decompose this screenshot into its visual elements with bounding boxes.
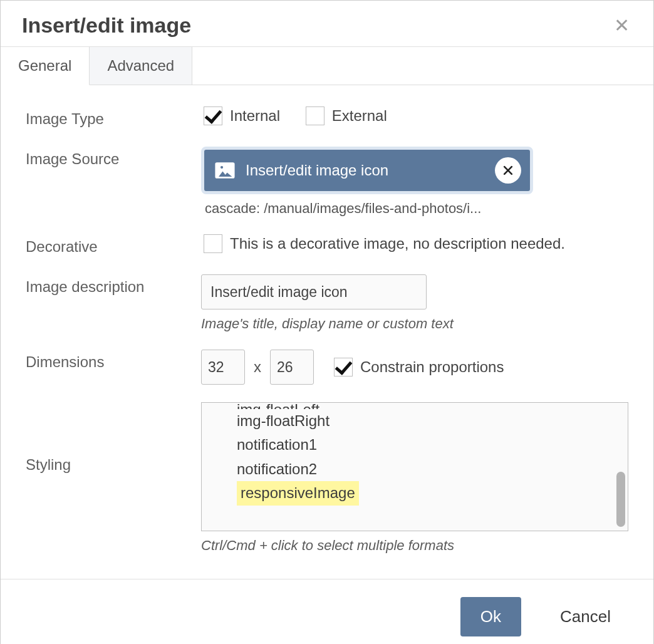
image-description-input[interactable] bbox=[201, 274, 427, 309]
label-decorative: Decorative bbox=[26, 234, 201, 256]
tabs: General Advanced bbox=[1, 47, 653, 85]
tab-general[interactable]: General bbox=[1, 47, 90, 85]
dimensions-separator: x bbox=[254, 358, 261, 376]
styling-option-highlighted[interactable]: responsiveImage bbox=[237, 481, 359, 505]
styling-option[interactable]: img-floatLeft bbox=[237, 402, 628, 409]
dialog-title: Insert/edit image bbox=[22, 13, 191, 38]
dialog-footer: Ok Cancel bbox=[1, 579, 653, 644]
label-dimensions: Dimensions bbox=[26, 350, 201, 371]
image-type-internal[interactable]: Internal bbox=[201, 106, 280, 125]
checkbox-icon[interactable] bbox=[334, 358, 353, 377]
height-input[interactable] bbox=[270, 350, 314, 385]
image-source-chip[interactable]: Insert/edit image icon bbox=[201, 147, 533, 194]
image-description-help: Image's title, display name or custom te… bbox=[201, 316, 628, 332]
scrollbar[interactable] bbox=[616, 472, 625, 527]
decorative-text: This is a decorative image, no descripti… bbox=[230, 235, 565, 252]
dialog-body: Image Type Internal External Image Sourc… bbox=[1, 85, 653, 579]
row-decorative: Decorative This is a decorative image, n… bbox=[26, 234, 628, 257]
styling-help: Ctrl/Cmd + click to select multiple form… bbox=[201, 538, 628, 554]
row-image-source: Image Source Insert/edit image icon bbox=[26, 147, 628, 217]
checkbox-icon[interactable] bbox=[306, 106, 324, 125]
constrain-proportions-label: Constrain proportions bbox=[360, 358, 504, 376]
image-type-external-label: External bbox=[332, 107, 387, 125]
styling-option[interactable]: notification1 bbox=[237, 433, 628, 457]
checkbox-icon[interactable] bbox=[204, 106, 222, 125]
cancel-button[interactable]: Cancel bbox=[540, 597, 631, 636]
image-type-external[interactable]: External bbox=[303, 106, 387, 125]
row-styling: Styling img-floatLeft img-floatRight not… bbox=[26, 402, 628, 554]
styling-option[interactable]: notification2 bbox=[237, 457, 628, 481]
checkbox-icon[interactable] bbox=[204, 234, 222, 253]
label-image-source: Image Source bbox=[26, 147, 201, 168]
image-source-chip-label: Insert/edit image icon bbox=[246, 162, 485, 179]
clear-source-icon[interactable] bbox=[495, 157, 521, 184]
row-dimensions: Dimensions x Constrain proportions bbox=[26, 350, 628, 385]
row-image-description: Image description Image's title, display… bbox=[26, 274, 628, 332]
image-source-path: cascade: /manual/images/files-and-photos… bbox=[205, 200, 533, 217]
row-image-type: Image Type Internal External bbox=[26, 106, 628, 129]
close-icon[interactable]: ✕ bbox=[609, 14, 635, 38]
styling-listbox[interactable]: img-floatLeft img-floatRight notificatio… bbox=[201, 402, 628, 531]
constrain-proportions[interactable]: Constrain proportions bbox=[331, 358, 504, 377]
label-styling: Styling bbox=[26, 402, 201, 474]
image-icon bbox=[214, 160, 236, 181]
insert-edit-image-dialog: Insert/edit image ✕ General Advanced Ima… bbox=[0, 0, 654, 644]
label-image-description: Image description bbox=[26, 274, 201, 296]
image-type-internal-label: Internal bbox=[230, 107, 280, 125]
dialog-header: Insert/edit image ✕ bbox=[1, 1, 653, 47]
decorative-checkbox[interactable]: This is a decorative image, no descripti… bbox=[201, 234, 565, 253]
tab-advanced[interactable]: Advanced bbox=[90, 47, 192, 85]
label-image-type: Image Type bbox=[26, 106, 201, 128]
styling-option[interactable]: img-floatRight bbox=[237, 409, 628, 433]
width-input[interactable] bbox=[201, 350, 245, 385]
ok-button[interactable]: Ok bbox=[460, 597, 521, 636]
